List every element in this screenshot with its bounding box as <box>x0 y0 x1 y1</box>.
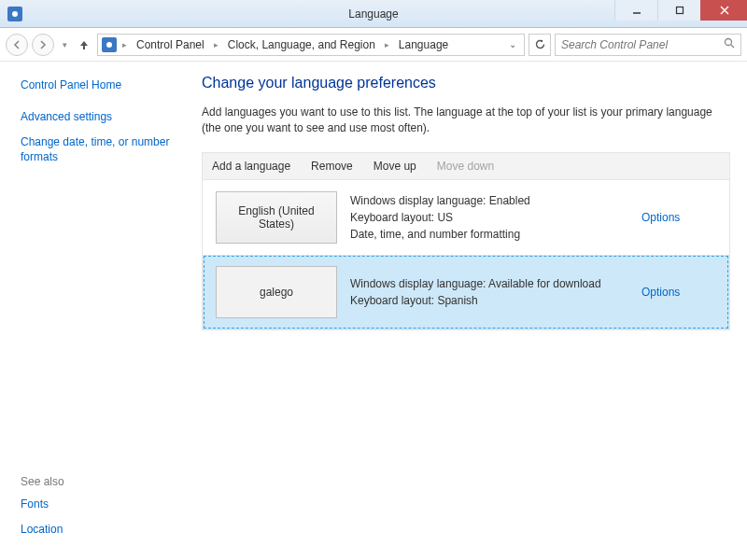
history-dropdown[interactable]: ▾ <box>58 38 71 51</box>
arrow-left-icon <box>12 40 21 49</box>
svg-line-5 <box>731 45 734 48</box>
language-name-box: galego <box>216 266 337 318</box>
svg-rect-1 <box>676 7 683 14</box>
refresh-button[interactable] <box>529 34 551 56</box>
minimize-icon <box>632 6 641 15</box>
title-bar: Language <box>0 0 747 28</box>
arrow-right-icon <box>38 40 48 49</box>
nav-bar: ▾ ▸ Control Panel ▸ Clock, Language, and… <box>0 28 747 62</box>
close-button[interactable] <box>700 0 747 21</box>
maximize-button[interactable] <box>657 0 700 21</box>
see-also-fonts[interactable]: Fonts <box>21 497 185 512</box>
language-options-link[interactable]: Options <box>641 286 680 299</box>
search-input[interactable] <box>561 38 724 51</box>
breadcrumb[interactable]: Clock, Language, and Region <box>224 36 379 53</box>
language-list: English (United States) Windows display … <box>202 180 730 330</box>
language-details: Windows display language: Available for … <box>350 266 628 318</box>
content-area: Control Panel Home Advanced settings Cha… <box>0 62 747 560</box>
refresh-icon <box>534 38 546 50</box>
language-detail-line: Keyboard layout: Spanish <box>350 292 628 309</box>
chevron-right-icon: ▸ <box>212 40 220 49</box>
language-detail-line: Date, time, and number formatting <box>350 226 628 243</box>
chevron-right-icon: ▸ <box>383 40 391 49</box>
maximize-icon <box>675 6 684 15</box>
window-controls <box>614 0 747 27</box>
app-icon <box>7 7 22 21</box>
language-detail-line: Windows display language: Available for … <box>350 275 628 292</box>
language-options-cell: Options <box>641 191 716 244</box>
language-toolbar: Add a language Remove Move up Move down <box>202 152 730 180</box>
language-name-box: English (United States) <box>216 191 337 244</box>
page-description: Add languages you want to use to this li… <box>202 105 725 137</box>
sidebar-link-dateformats[interactable]: Change date, time, or number formats <box>21 135 185 164</box>
see-also-location[interactable]: Location <box>21 523 185 538</box>
breadcrumb[interactable]: Language <box>395 36 452 53</box>
close-icon <box>720 6 729 15</box>
see-also-header: See also <box>21 475 185 488</box>
search-box[interactable] <box>555 34 741 56</box>
move-down-button: Move down <box>437 160 494 173</box>
forward-button[interactable] <box>32 34 54 56</box>
minimize-button[interactable] <box>614 0 657 21</box>
svg-point-4 <box>726 39 732 46</box>
sidebar: Control Panel Home Advanced settings Cha… <box>0 62 196 560</box>
add-language-button[interactable]: Add a language <box>212 160 290 173</box>
search-icon <box>724 37 735 51</box>
address-dropdown-icon[interactable]: ⌄ <box>505 39 520 49</box>
language-detail-line: Keyboard layout: US <box>350 209 628 226</box>
control-panel-icon <box>102 37 117 52</box>
language-options-cell: Options <box>641 266 716 318</box>
language-row[interactable]: English (United States) Windows display … <box>203 180 729 255</box>
sidebar-link-advanced[interactable]: Advanced settings <box>21 110 185 125</box>
language-options-link[interactable]: Options <box>641 211 680 224</box>
remove-language-button[interactable]: Remove <box>311 160 353 173</box>
language-row[interactable]: galego Windows display language: Availab… <box>203 255 729 329</box>
page-heading: Change your language preferences <box>202 75 730 91</box>
breadcrumb[interactable]: Control Panel <box>133 36 208 53</box>
move-up-button[interactable]: Move up <box>374 160 416 173</box>
up-button[interactable] <box>75 35 93 54</box>
main-panel: Change your language preferences Add lan… <box>196 62 747 560</box>
control-panel-home-link[interactable]: Control Panel Home <box>21 78 185 93</box>
language-details: Windows display language: Enabled Keyboa… <box>350 191 628 244</box>
back-button[interactable] <box>6 34 28 56</box>
arrow-up-icon <box>78 39 90 50</box>
language-detail-line: Windows display language: Enabled <box>350 192 628 209</box>
address-bar[interactable]: ▸ Control Panel ▸ Clock, Language, and R… <box>97 34 525 56</box>
chevron-right-icon: ▸ <box>120 40 129 49</box>
